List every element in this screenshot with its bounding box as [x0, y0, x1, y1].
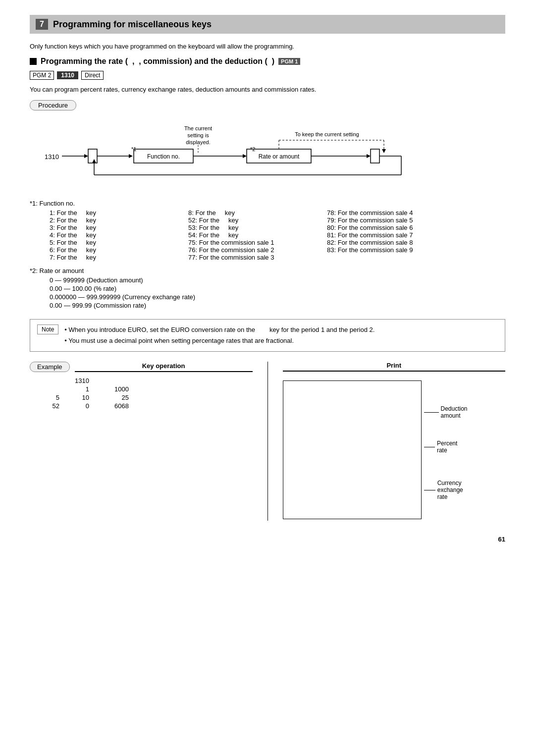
- key-op-row: 5 10 25: [30, 394, 253, 401]
- key-op-row: 1310: [30, 377, 253, 384]
- fn-row: 3: For the key: [50, 224, 188, 231]
- procedure-box: Procedure: [30, 100, 76, 110]
- fn-col-2: 8: For the key 52: For the key 53: For t…: [188, 209, 327, 261]
- rate-label: *2: Rate or amount: [30, 267, 505, 274]
- example-left: Example Key operation 1310 1 1000 5 10 2…: [30, 362, 268, 521]
- fn-row: 5: For the key: [50, 239, 188, 246]
- section-number: 7: [36, 19, 48, 30]
- section-title: Programming for miscellaneous keys: [53, 19, 212, 30]
- subsection-title: Programming the rate ( , , commission) a…: [41, 57, 274, 66]
- key-op-table: 1310 1 1000 5 10 25 52 0 6068: [30, 377, 253, 410]
- key-op-row: 1 1000: [30, 385, 253, 393]
- rate-item: 0.00 — 100.00 (% rate): [50, 285, 505, 292]
- key-col-b: 10: [59, 394, 89, 401]
- key-op-title: Key operation: [75, 362, 253, 372]
- flow-diagram: 1310 The current setting is displayed. *…: [30, 120, 505, 185]
- svg-marker-30: [382, 149, 386, 153]
- pgm2-num: 1310: [57, 71, 78, 79]
- note-box-label: Note: [37, 324, 58, 334]
- key-op-row: 52 0 6068: [30, 402, 253, 410]
- key-col-c: [89, 377, 129, 384]
- fn-row: 54: For the key: [188, 231, 327, 239]
- note-item-1: • When you introduce EURO, set the EURO …: [64, 324, 374, 335]
- svg-text:The current: The current: [184, 125, 212, 131]
- pgm2-label: PGM 2: [30, 71, 54, 80]
- rate-item: 0 — 999999 (Deduction amount): [50, 276, 505, 284]
- subsection-header: Programming the rate ( , , commission) a…: [30, 57, 505, 66]
- example-section: Example Key operation 1310 1 1000 5 10 2…: [30, 362, 505, 521]
- fn-row: 79: For the commission sale 5: [327, 216, 495, 224]
- key-col-c: 6068: [89, 402, 129, 410]
- fn-row: 6: For the key: [50, 246, 188, 254]
- key-col-c: 25: [89, 394, 129, 401]
- fn-row: 2: For the key: [50, 216, 188, 224]
- key-col-b: 1: [59, 385, 89, 393]
- svg-text:To keep the current setting: To keep the current setting: [295, 131, 359, 137]
- svg-marker-20: [367, 154, 371, 158]
- svg-marker-14: [243, 154, 247, 158]
- svg-text:displayed.: displayed.: [186, 139, 211, 145]
- flow-svg: 1310 The current setting is displayed. *…: [30, 120, 505, 185]
- rate-item: 0.000000 — 999.999999 (Currency exchange…: [50, 293, 505, 301]
- key-col-c: 1000: [89, 385, 129, 393]
- black-square-icon: [30, 58, 37, 65]
- example-header: Example Key operation: [30, 362, 253, 372]
- fn-row: 76: For the commission sale 2: [188, 246, 327, 254]
- fn-row: 81: For the commission sale 7: [327, 231, 495, 239]
- print-annotation-2: Percent rate: [424, 440, 461, 454]
- procedure-text: You can program percent rates, currency …: [30, 86, 505, 93]
- print-title: Print: [283, 362, 506, 372]
- fn-row: 1: For the key: [50, 209, 188, 216]
- pgm2-line: PGM 2 1310 Direct: [30, 71, 505, 80]
- pgm2-direct: Direct: [81, 71, 104, 80]
- notes-section: *1: Function no. 1: For the key 2: For t…: [30, 200, 505, 309]
- fn-label: *1: Function no.: [30, 200, 505, 207]
- annotation-line-1: [424, 412, 439, 413]
- fn-col-3: 78: For the commission sale 4 79: For th…: [327, 209, 495, 261]
- key-col-a: [30, 377, 59, 384]
- svg-text:setting is: setting is: [187, 132, 209, 138]
- section-header: 7 Programming for miscellaneous keys: [30, 15, 505, 34]
- svg-text:1310: 1310: [45, 153, 59, 161]
- svg-marker-2: [84, 154, 88, 158]
- annotation-label-2: Percent rate: [437, 440, 461, 454]
- svg-marker-5: [129, 154, 133, 158]
- intro-text: Only function keys which you have progra…: [30, 43, 505, 50]
- note-box: Note • When you introduce EURO, set the …: [30, 319, 505, 352]
- svg-rect-21: [371, 149, 379, 163]
- annotation-label-1: Deductionamount: [441, 405, 468, 419]
- fn-table: 1: For the key 2: For the key 3: For the…: [50, 209, 505, 261]
- svg-text:Function no.: Function no.: [147, 153, 180, 160]
- annotation-line-2: [424, 447, 435, 447]
- rate-list: 0 — 999999 (Deduction amount) 0.00 — 100…: [50, 276, 505, 309]
- key-col-a: 5: [30, 394, 59, 401]
- svg-marker-26: [92, 159, 96, 163]
- fn-row: 7: For the key: [50, 254, 188, 261]
- key-col-b: 0: [59, 402, 89, 410]
- fn-row: 83: For the commission sale 9: [327, 246, 495, 254]
- annotation-label-3: Currencyexchange rate: [437, 480, 467, 500]
- svg-text:Rate or amount: Rate or amount: [259, 153, 300, 160]
- svg-rect-3: [88, 149, 97, 163]
- page-number: 61: [30, 536, 505, 543]
- pgm1-badge: PGM 1: [278, 58, 300, 65]
- print-annotation-3: Currencyexchange rate: [424, 480, 467, 500]
- print-box: [283, 380, 422, 519]
- note-box-content: • When you introduce EURO, set the EURO …: [64, 324, 374, 346]
- fn-row: 78: For the commission sale 4: [327, 209, 495, 216]
- fn-row: 8: For the key: [188, 209, 327, 216]
- fn-col-1: 1: For the key 2: For the key 3: For the…: [50, 209, 188, 261]
- print-annotation-1: Deductionamount: [424, 405, 468, 419]
- example-badge: Example: [30, 362, 70, 372]
- note-item-2: • You must use a decimal point when sett…: [64, 335, 374, 346]
- fn-row: 82: For the commission sale 8: [327, 239, 495, 246]
- annotation-line-3: [424, 490, 435, 490]
- example-right: Print Deductionamount Percent rate Curre…: [268, 362, 506, 521]
- fn-row: 75: For the commission sale 1: [188, 239, 327, 246]
- rate-item: 0.00 — 999.99 (Commission rate): [50, 302, 505, 309]
- fn-row: 77: For the commission sale 3: [188, 254, 327, 261]
- fn-row: 4: For the key: [50, 231, 188, 239]
- fn-row: 53: For the key: [188, 224, 327, 231]
- key-col-b: 1310: [59, 377, 89, 384]
- key-col-a: 52: [30, 402, 59, 410]
